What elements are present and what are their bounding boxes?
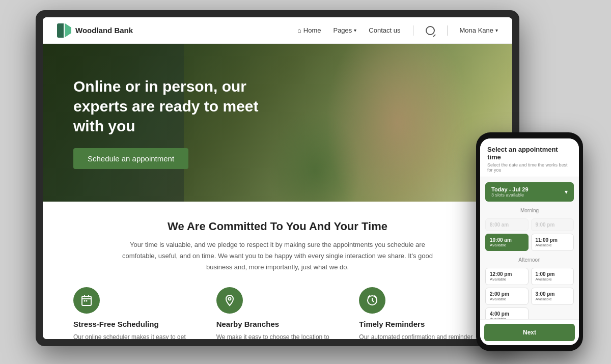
slot-status: Available [490,243,524,247]
morning-label: Morning [485,208,574,213]
chevron-down-icon: ▾ [354,27,356,33]
afternoon-slots: 12:00 pm Available 1:00 pm Available 2:0… [485,268,574,319]
commitment-text: Your time is valuable, and we pledge to … [115,239,440,273]
nav-pages-label: Pages [333,26,352,34]
slot-time: 3:00 pm [536,291,570,297]
commitment-section: We Are Committed To You And Your Time Yo… [73,220,482,273]
hero-content: Online or in person, our experts are rea… [43,76,308,169]
commitment-title: We Are Committed To You And Your Time [73,220,482,233]
morning-slots: 8:00 am 9:00 pm 10:00 am Available 11:00… [485,218,574,251]
nav-divider-2 [447,25,448,36]
selected-date: Today - Jul 29 [491,186,529,192]
nav-contact[interactable]: Contact us [369,26,400,34]
logo-icon [57,23,71,38]
calendar-icon [73,287,100,314]
nav-pages[interactable]: Pages ▾ [333,26,356,34]
schedule-appointment-button[interactable]: Schedule an appointment [73,148,188,169]
search-icon[interactable] [426,26,435,35]
feature-branches: Nearby Branches We make it easy to choos… [216,287,339,339]
chevron-down-icon-date: ▾ [565,188,568,195]
slot-status: Available [536,297,570,301]
slot-time: 11:00 pm [536,237,570,243]
phone-title: Select an appointment time [487,146,572,161]
user-name: Mona Kane [460,26,494,34]
slot-time: 10:00 am [490,237,524,243]
logo-text: Woodland Bank [75,26,133,35]
date-selector-info: Today - Jul 29 3 slots available [491,186,529,198]
home-icon: ⌂ [297,26,301,34]
slot-time: 4:00 pm [490,311,524,317]
nav-contact-label: Contact us [369,26,400,34]
time-slot-selected[interactable]: 10:00 am Available [485,234,529,251]
time-slot[interactable]: 11:00 pm Available [531,234,574,251]
svg-point-6 [228,298,231,300]
feature-branches-title: Nearby Branches [216,320,279,328]
afternoon-label: Afternoon [485,257,574,263]
nav-divider [413,25,413,36]
slot-time: 1:00 pm [536,271,570,277]
features-row: Stress-Free Scheduling Our online schedu… [73,287,482,339]
feature-reminders: Timely Reminders Our automated confirmat… [359,287,482,339]
clock-icon [359,287,385,314]
phone-body: Today - Jul 29 3 slots available ▾ Morni… [480,177,579,319]
navbar: Woodland Bank ⌂ Home Pages ▾ Contact us [43,17,512,44]
slot-status: Available [490,277,524,282]
main-content: We Are Committed To You And Your Time Yo… [43,202,512,339]
time-slot[interactable]: 12:00 pm Available [485,268,529,285]
nav-links: ⌂ Home Pages ▾ Contact us [297,25,498,36]
slot-time: 12:00 pm [490,271,524,277]
phone-header: Select an appointment time Select the da… [480,138,579,177]
time-slot[interactable]: 3:00 pm Available [531,288,574,305]
feature-reminders-text: Our automated confirmation and reminder … [359,332,482,339]
chevron-down-icon-user: ▾ [495,27,498,33]
logo-icon-left [57,23,64,38]
phone: Select an appointment time Select the da… [476,132,583,351]
laptop: Woodland Bank ⌂ Home Pages ▾ Contact us [36,10,519,346]
slot-time: 9:00 pm [536,222,570,228]
feature-scheduling-text: Our online scheduler makes it easy to ge… [73,332,196,339]
laptop-screen: Woodland Bank ⌂ Home Pages ▾ Contact us [43,17,512,339]
phone-footer: Next [480,319,579,345]
slot-status: Available [536,277,570,282]
slot-time: 2:00 pm [490,291,524,297]
time-slot[interactable]: 9:00 pm [531,218,574,231]
time-slot[interactable]: 8:00 am [485,218,529,231]
slot-time: 8:00 am [490,222,524,228]
logo-area: Woodland Bank [57,23,133,38]
feature-scheduling: Stress-Free Scheduling Our online schedu… [73,287,196,339]
slots-count: 3 slots available [491,192,529,198]
hero-section: Online or in person, our experts are rea… [43,44,512,202]
location-icon [216,287,243,314]
scene: Woodland Bank ⌂ Home Pages ▾ Contact us [0,0,611,364]
feature-reminders-title: Timely Reminders [359,320,425,328]
phone-subtitle: Select the date and time the works best … [487,162,572,173]
next-button[interactable]: Next [484,324,575,341]
hero-title: Online or in person, our experts are rea… [73,76,277,136]
feature-scheduling-title: Stress-Free Scheduling [73,320,159,328]
date-selector[interactable]: Today - Jul 29 3 slots available ▾ [485,182,574,202]
logo-icon-right [65,23,71,38]
user-menu[interactable]: Mona Kane ▾ [460,26,498,34]
feature-branches-text: We make it easy to choose the location t… [216,332,339,339]
nav-home[interactable]: ⌂ Home [297,26,321,34]
nav-home-label: Home [303,26,321,34]
slot-status: Available [490,297,524,301]
phone-screen: Select an appointment time Select the da… [480,138,579,345]
time-slot[interactable]: 2:00 pm Available [485,288,529,305]
time-slot[interactable]: 1:00 pm Available [531,268,574,285]
slot-status: Available [536,243,570,247]
time-slot[interactable]: 4:00 pm Available [485,307,529,319]
laptop-frame: Woodland Bank ⌂ Home Pages ▾ Contact us [36,10,519,346]
